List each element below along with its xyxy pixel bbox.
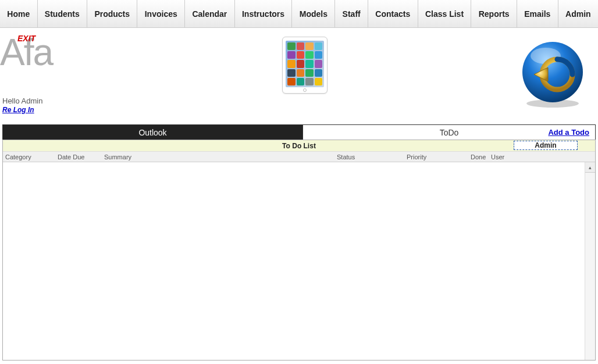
greeting-text: Hello Admin: [2, 97, 42, 105]
col-status[interactable]: Status: [334, 154, 404, 160]
tablet-app-icon: [287, 60, 296, 67]
todo-list-body: ▴: [3, 162, 595, 360]
tablet-app-icon: [287, 51, 296, 59]
tablet-app-icon: [297, 42, 305, 50]
nav-invoices[interactable]: Invoices: [137, 0, 185, 27]
tablet-app-icon: [315, 42, 323, 50]
tablet-app-icon: [315, 78, 323, 85]
tablet-app-icon: [315, 51, 323, 59]
tablet-app-icon: [305, 69, 314, 77]
tablet-home-button-icon: [303, 88, 307, 92]
nav-contacts[interactable]: Contacts: [368, 0, 418, 27]
nav-home[interactable]: Home: [0, 0, 38, 27]
tablet-app-icon: [297, 78, 305, 85]
col-done[interactable]: Done: [468, 154, 489, 160]
todo-list-frame: To Do List Admin Category Date Due Summa…: [2, 140, 596, 361]
todo-title: To Do List: [282, 142, 316, 150]
add-todo-link[interactable]: Add a Todo: [548, 128, 589, 137]
tablet-app-icon: [287, 42, 296, 50]
nav-class-list[interactable]: Class List: [418, 0, 472, 27]
scrollbar[interactable]: ▴: [585, 162, 595, 360]
sphere-logo-icon: [518, 38, 588, 108]
tablet-app-icon: [315, 60, 323, 67]
tablet-app-icon: [287, 69, 296, 77]
nav-products[interactable]: Products: [87, 0, 137, 27]
tablet-screen: [286, 41, 324, 87]
nav-admin[interactable]: Admin: [558, 0, 598, 27]
re-log-in-link[interactable]: Re Log In: [2, 106, 34, 114]
top-nav: Home Students Products Invoices Calendar…: [0, 0, 598, 28]
tablet-app-icon: [287, 78, 296, 85]
tablet-app-icon: [297, 60, 305, 67]
tablet-app-icon: [315, 69, 323, 77]
tab-todo-label: ToDo: [440, 128, 459, 137]
nav-emails[interactable]: Emails: [517, 0, 558, 27]
nav-instructors[interactable]: Instructors: [235, 0, 293, 27]
todo-title-row: To Do List Admin: [3, 140, 595, 152]
tablet-graphic[interactable]: [282, 37, 328, 94]
tab-row: Outlook ToDo Add a Todo: [2, 124, 596, 140]
tab-outlook[interactable]: Outlook: [3, 125, 302, 140]
exit-link[interactable]: EXIT: [17, 34, 35, 43]
scroll-up-button[interactable]: ▴: [585, 162, 595, 173]
tablet-app-icon: [305, 60, 314, 67]
tablet-app-icon: [305, 78, 314, 85]
col-user[interactable]: User: [489, 154, 595, 160]
col-date-due[interactable]: Date Due: [55, 154, 102, 160]
tablet-app-icon: [297, 51, 305, 59]
nav-calendar[interactable]: Calendar: [185, 0, 235, 27]
col-priority[interactable]: Priority: [404, 154, 468, 160]
col-category[interactable]: Category: [3, 154, 55, 160]
nav-models[interactable]: Models: [292, 0, 335, 27]
nav-students[interactable]: Students: [38, 0, 88, 27]
user-filter-select[interactable]: Admin: [514, 141, 578, 150]
header-area: Afa EXIT Hello Admin Re Log In: [0, 28, 598, 124]
nav-staff[interactable]: Staff: [335, 0, 368, 27]
nav-reports[interactable]: Reports: [471, 0, 517, 27]
tab-todo[interactable]: ToDo Add a Todo: [302, 125, 595, 140]
tablet-app-icon: [305, 42, 314, 50]
tablet-app-icon: [297, 69, 305, 77]
col-summary[interactable]: Summary: [102, 154, 334, 160]
todo-column-header: Category Date Due Summary Status Priorit…: [3, 152, 595, 162]
tablet-app-icon: [305, 51, 314, 59]
